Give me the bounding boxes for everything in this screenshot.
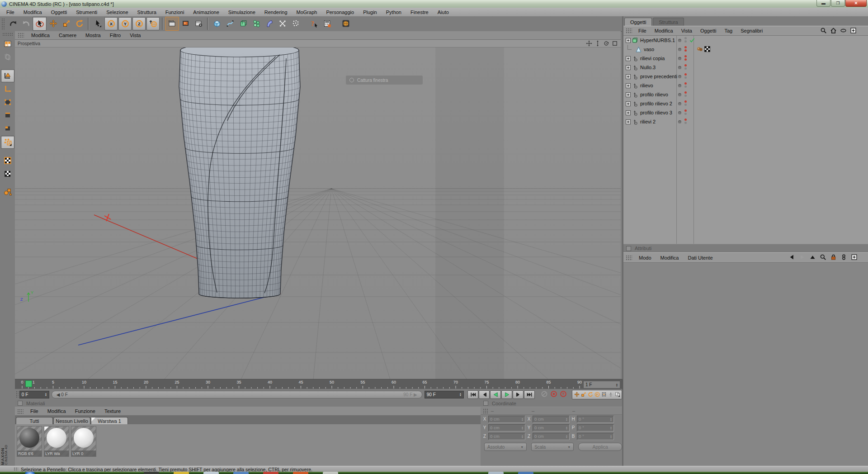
home-icon[interactable]: [830, 27, 837, 35]
visibility-dot-red[interactable]: [684, 46, 687, 48]
object-row[interactable]: rilievi 2: [623, 117, 868, 126]
close-button[interactable]: ✕: [845, 0, 867, 7]
add-icon[interactable]: [851, 254, 858, 261]
taskbar-app-icon[interactable]: [293, 472, 308, 474]
search-icon[interactable]: [820, 254, 826, 261]
windows-taskbar[interactable]: [0, 472, 868, 474]
material-thumbnail[interactable]: RGB 6'6: [17, 426, 42, 457]
visibility-dot-red[interactable]: [684, 100, 687, 103]
visibility-dot-gray[interactable]: [684, 95, 687, 97]
move-button[interactable]: [47, 17, 60, 30]
expand-icon[interactable]: [626, 101, 631, 106]
capture-window-ghost-button[interactable]: Cattura finestra: [346, 76, 423, 85]
om-menu-segnalibri[interactable]: Segnalibri: [736, 27, 767, 34]
coordinate-mode-dropdown[interactable]: Assoluto ▼: [484, 443, 527, 451]
timeline-ruler[interactable]: 0510152025303540455055606570758085901 1 …: [15, 379, 623, 390]
lock-y-button[interactable]: Y: [118, 17, 132, 30]
keyframe-options-button[interactable]: ?: [559, 390, 568, 398]
visibility-dots[interactable]: [684, 73, 687, 79]
key-parameter-toggle[interactable]: P: [594, 392, 600, 397]
spinner-arrows-icon[interactable]: ▲▼: [521, 417, 524, 421]
menu-python[interactable]: Python: [382, 9, 406, 16]
visibility-dots[interactable]: [684, 91, 687, 97]
world-coordinates-button[interactable]: [1, 51, 14, 63]
material-thumbnail[interactable]: LYR 0: [71, 426, 96, 457]
taskbar-app-icon[interactable]: [323, 472, 338, 474]
tab-struttura[interactable]: Struttura: [653, 18, 684, 26]
coordinate-system-button[interactable]: [146, 17, 160, 30]
object-row[interactable]: rilievi copia: [623, 54, 868, 63]
materials-panel-checkbox[interactable]: [18, 401, 23, 406]
layer-dot[interactable]: [678, 111, 681, 114]
attributes-grip[interactable]: [626, 255, 632, 261]
position-value-field[interactable]: 0 cm▲▼: [488, 424, 525, 431]
viewport-menu-camere[interactable]: Camere: [54, 32, 81, 39]
taskbar-app-icon[interactable]: [174, 472, 189, 474]
object-axis-mode-button[interactable]: [1, 83, 14, 95]
expand-icon[interactable]: [626, 74, 631, 79]
eye-icon[interactable]: [840, 27, 847, 35]
materials-grip[interactable]: [17, 409, 24, 414]
spinner-arrows-icon[interactable]: ▲▼: [610, 435, 612, 438]
lock-icon[interactable]: [830, 254, 837, 261]
visibility-dot-red[interactable]: [684, 82, 687, 85]
expand-icon[interactable]: [626, 92, 631, 97]
selection-arrow-button[interactable]: [91, 17, 104, 30]
texture-axis-mode-button[interactable]: [1, 168, 14, 180]
frame-ruler[interactable]: 0510152025303540455055606570758085901: [19, 379, 585, 389]
playhead[interactable]: [25, 380, 32, 387]
materials-menu-modifica[interactable]: Modifica: [43, 408, 71, 415]
visibility-dot-gray[interactable]: [684, 37, 687, 39]
key-rotation-toggle[interactable]: [587, 392, 594, 397]
scatter-dots-button[interactable]: [289, 17, 302, 30]
viewport-menu-vista[interactable]: Vista: [125, 32, 145, 39]
edges-mode-button[interactable]: [1, 109, 14, 122]
menu-strumenti[interactable]: Strumenti: [71, 9, 102, 16]
render-view-button[interactable]: [165, 17, 179, 31]
frame-step-spinner[interactable]: 1 F ▲▼: [583, 381, 620, 389]
object-name[interactable]: rilievi copia: [640, 56, 665, 61]
autokey-button[interactable]: [540, 390, 549, 398]
object-name[interactable]: rilievo: [640, 83, 653, 88]
statusbar-grip[interactable]: [14, 467, 18, 471]
layer-dot[interactable]: [678, 66, 681, 69]
viewport-canvas[interactable]: YZ Cattura finestra: [15, 47, 621, 379]
undo-button[interactable]: [6, 17, 19, 30]
object-row[interactable]: rilievo: [623, 81, 868, 90]
expand-icon[interactable]: [626, 56, 631, 61]
menu-mograph[interactable]: MoGraph: [292, 9, 322, 16]
spinner-arrows-icon[interactable]: ▲▼: [459, 393, 462, 396]
visibility-dot-gray[interactable]: [684, 76, 687, 79]
environment-button[interactable]: [339, 17, 352, 30]
lock-z-button[interactable]: Z: [132, 17, 146, 30]
array-button[interactable]: [250, 17, 263, 30]
points-mode-button[interactable]: [1, 96, 14, 109]
expand-icon[interactable]: [626, 83, 631, 88]
menu-plugin[interactable]: Plugin: [359, 9, 382, 16]
expand-icon[interactable]: [626, 65, 631, 70]
rotate-button[interactable]: [73, 17, 86, 30]
scale-value-field[interactable]: 0 cm▲▼: [533, 416, 570, 423]
scale-value-field[interactable]: 0 cm▲▼: [533, 433, 570, 440]
preview-range-slider[interactable]: ◀ 0 F 90 F ▶: [52, 391, 422, 398]
texture-mode-button[interactable]: [1, 155, 14, 167]
object-name[interactable]: rilievi 2: [640, 119, 656, 124]
spinner-arrows-icon[interactable]: ▲▼: [616, 383, 618, 387]
taskbar-app-icon[interactable]: [488, 472, 504, 474]
om-menu-modifica[interactable]: Modifica: [651, 27, 677, 34]
object-row[interactable]: profilo rilievo: [623, 90, 868, 99]
visibility-dots[interactable]: [684, 64, 687, 70]
materials-menu-file[interactable]: File: [26, 408, 43, 415]
menu-aiuto[interactable]: Aiuto: [433, 9, 453, 16]
key-position-toggle[interactable]: [573, 392, 580, 397]
play-forward-button[interactable]: [501, 390, 512, 399]
attributes-panel-checkbox[interactable]: [626, 246, 631, 251]
visibility-dots[interactable]: [684, 100, 687, 106]
object-name[interactable]: vaso: [644, 47, 654, 52]
visibility-dots[interactable]: [684, 118, 687, 124]
visibility-dots[interactable]: [684, 37, 687, 43]
menu-personaggio[interactable]: Personaggio: [321, 9, 359, 16]
current-mode-button[interactable]: [1, 136, 14, 149]
add-cube-button[interactable]: [210, 17, 223, 30]
visibility-dot-red[interactable]: [684, 49, 687, 52]
